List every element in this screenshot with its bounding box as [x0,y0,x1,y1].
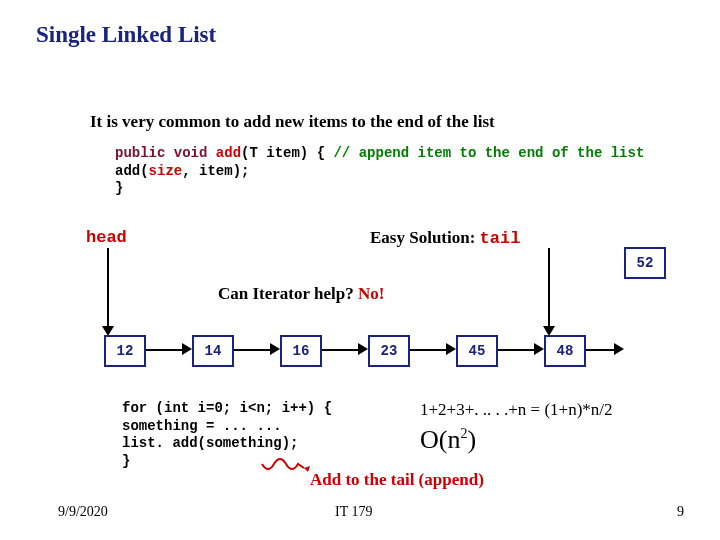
iterator-question: Can Iterator help? No! [218,284,384,304]
code-line: for (int i=0; i<n; i++) { [122,400,332,418]
code-comment: // append item to the end of the list [333,145,644,161]
list-node: 14 [192,335,234,367]
code-params: (T item) { [241,145,333,161]
easy-solution-text: Easy Solution: tail [370,228,520,248]
node-link [410,349,446,351]
tail-arrow-line [548,248,550,328]
list-node: 45 [456,335,498,367]
intro-text: It is very common to add new items to th… [90,112,495,132]
code-arg-size: size [149,163,183,179]
node-appended: 52 [624,247,666,279]
sum-formula: 1+2+3+. .. . .+n = (1+n)*n/2 [420,400,613,420]
code-rest: , item); [182,163,249,179]
node-link-arrow [534,343,544,355]
code-call: add( [115,163,149,179]
slide-title: Single Linked List [36,22,216,48]
footer-date: 9/9/2020 [58,504,108,520]
node-link [322,349,358,351]
add-to-tail-caption: Add to the tail (append) [310,470,484,490]
list-node: 16 [280,335,322,367]
list-node: 23 [368,335,410,367]
node-link-arrow [614,343,624,355]
big-o-notation: O(n2) [420,425,476,455]
node-link [146,349,182,351]
code-line: something = ... ... [122,418,332,436]
big-o-open: O(n [420,425,460,454]
squiggle-arrow-icon [260,460,310,480]
node-link-arrow [446,343,456,355]
iterator-answer: No! [358,284,384,303]
iterator-question-text: Can Iterator help? [218,284,358,303]
node-link-arrow [358,343,368,355]
code-line-close: } [115,180,644,198]
code-line: list. add(something); [122,435,332,453]
node-link-arrow [182,343,192,355]
linked-list-row: 12 14 16 23 45 48 [104,335,680,365]
footer-page-number: 9 [677,504,684,520]
node-link [234,349,270,351]
code-method-name: add [216,145,241,161]
node-link-arrow [270,343,280,355]
head-arrow-line [107,248,109,328]
code-block-add-method: public void add(T item) { // append item… [115,145,644,198]
code-keywords: public void [115,145,216,161]
tail-pointer-label: tail [480,229,521,248]
node-link [586,349,614,351]
easy-prefix: Easy Solution: [370,228,480,247]
head-pointer-label: head [86,228,127,247]
code-line-body: add(size, item); [115,163,644,181]
code-line-signature: public void add(T item) { // append item… [115,145,644,163]
footer-course: IT 179 [335,504,372,520]
list-node: 48 [544,335,586,367]
node-link [498,349,534,351]
big-o-close: ) [467,425,476,454]
list-node: 12 [104,335,146,367]
